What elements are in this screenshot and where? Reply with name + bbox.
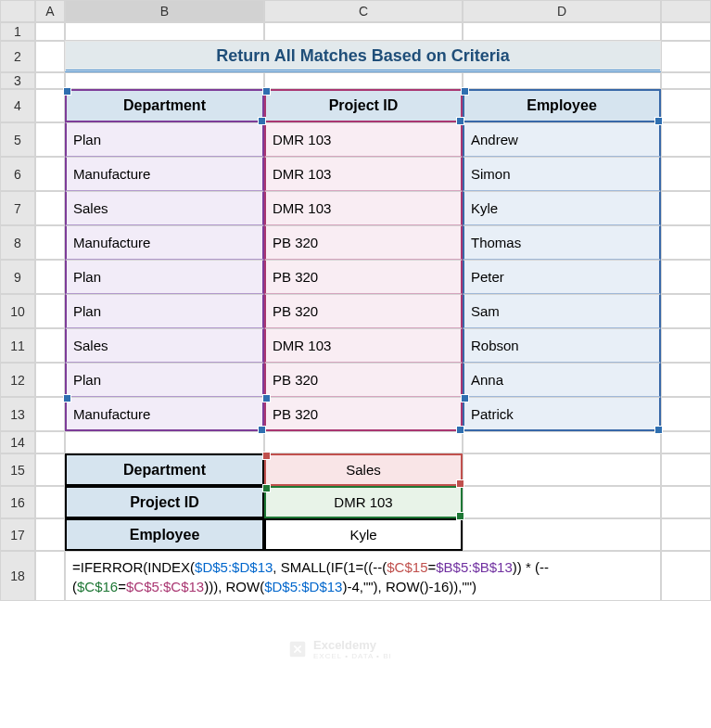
- header-department[interactable]: Department: [65, 89, 264, 122]
- row-header-9[interactable]: 9: [0, 260, 35, 294]
- cell-proj[interactable]: PB 320: [264, 260, 463, 294]
- cell-emp[interactable]: Thomas: [463, 225, 661, 260]
- row-header-16[interactable]: 16: [0, 486, 35, 518]
- cell-emp[interactable]: Anna: [463, 363, 661, 397]
- header-employee[interactable]: Employee: [463, 89, 661, 122]
- page-title: Return All Matches Based on Criteria: [65, 41, 661, 72]
- criteria-dept-value[interactable]: Sales: [264, 453, 463, 486]
- row-header-18[interactable]: 18: [0, 551, 35, 601]
- cell-proj[interactable]: PB 320: [264, 294, 463, 328]
- cell-proj[interactable]: DMR 103: [264, 122, 463, 157]
- col-header-d[interactable]: D: [463, 0, 661, 22]
- row-header-1[interactable]: 1: [0, 22, 35, 41]
- cell-dept[interactable]: Plan: [65, 363, 264, 397]
- cell-dept[interactable]: Plan: [65, 122, 264, 157]
- row-header-5[interactable]: 5: [0, 122, 35, 157]
- col-header-c[interactable]: C: [264, 0, 463, 22]
- cell-proj[interactable]: PB 320: [264, 397, 463, 431]
- row-header-15[interactable]: 15: [0, 453, 35, 486]
- cell-dept[interactable]: Manufacture: [65, 157, 264, 191]
- row-header-14[interactable]: 14: [0, 431, 35, 453]
- cell-dept[interactable]: Plan: [65, 260, 264, 294]
- criteria-emp-label[interactable]: Employee: [65, 518, 264, 551]
- row-header-11[interactable]: 11: [0, 328, 35, 363]
- cell-dept[interactable]: Manufacture: [65, 397, 264, 431]
- cell-emp[interactable]: Andrew: [463, 122, 661, 157]
- cell-emp[interactable]: Patrick: [463, 397, 661, 431]
- row-header-7[interactable]: 7: [0, 191, 35, 225]
- cell-emp[interactable]: Simon: [463, 157, 661, 191]
- cell-dept[interactable]: Plan: [65, 294, 264, 328]
- cell-dept[interactable]: Sales: [65, 328, 264, 363]
- cell-emp[interactable]: Robson: [463, 328, 661, 363]
- row-header-13[interactable]: 13: [0, 397, 35, 431]
- col-header-a[interactable]: A: [35, 0, 65, 22]
- cell-proj[interactable]: DMR 103: [264, 191, 463, 225]
- cell-dept[interactable]: Manufacture: [65, 225, 264, 260]
- row-header-8[interactable]: 8: [0, 225, 35, 260]
- row-header-3[interactable]: 3: [0, 72, 35, 89]
- row-header-6[interactable]: 6: [0, 157, 35, 191]
- cell-dept[interactable]: Sales: [65, 191, 264, 225]
- formula-cell[interactable]: =IFERROR(INDEX($D$5:$D$13, SMALL(IF(1=((…: [65, 551, 661, 601]
- row-header-12[interactable]: 12: [0, 363, 35, 397]
- corner-cell[interactable]: [0, 0, 35, 22]
- row-header-4[interactable]: 4: [0, 89, 35, 122]
- criteria-proj-label[interactable]: Project ID: [65, 486, 264, 518]
- spreadsheet-grid: A B C D 1 2 Return All Matches Based on …: [0, 0, 711, 601]
- cell-proj[interactable]: DMR 103: [264, 328, 463, 363]
- cell-emp[interactable]: Peter: [463, 260, 661, 294]
- criteria-dept-label[interactable]: Department: [65, 453, 264, 486]
- header-project-id[interactable]: Project ID: [264, 89, 463, 122]
- criteria-proj-value[interactable]: DMR 103: [264, 486, 463, 518]
- cell-proj[interactable]: PB 320: [264, 363, 463, 397]
- cell-emp[interactable]: Sam: [463, 294, 661, 328]
- col-header-blank: [661, 0, 711, 22]
- row-header-17[interactable]: 17: [0, 518, 35, 551]
- cell-emp[interactable]: Kyle: [463, 191, 661, 225]
- col-header-b[interactable]: B: [65, 0, 264, 22]
- cell-proj[interactable]: PB 320: [264, 225, 463, 260]
- criteria-emp-value[interactable]: Kyle: [264, 518, 463, 551]
- row-header-2[interactable]: 2: [0, 41, 35, 72]
- row-header-10[interactable]: 10: [0, 294, 35, 328]
- cell-proj[interactable]: DMR 103: [264, 157, 463, 191]
